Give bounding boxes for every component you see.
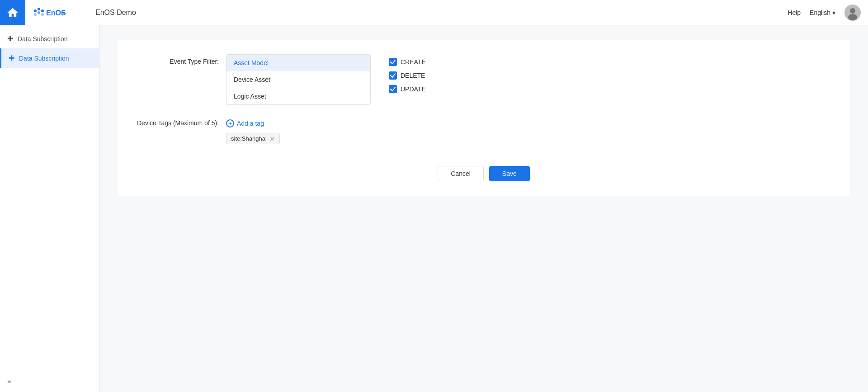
- svg-point-1: [38, 8, 40, 10]
- event-type-logic-asset[interactable]: Logic Asset: [226, 88, 370, 104]
- checkbox-create[interactable]: CREATE: [389, 58, 426, 66]
- event-checkboxes: CREATE DELETE: [389, 54, 426, 93]
- topnav: EnOS ™ EnOS Demo Help English ▾: [0, 0, 868, 25]
- tags-list: site:Shanghai ✕: [226, 133, 832, 144]
- event-type-filter-label: Event Type Filter:: [136, 54, 226, 65]
- device-tags-content: + Add a tag site:Shanghai ✕: [226, 119, 832, 144]
- checkbox-update-label: UPDATE: [401, 85, 426, 93]
- sidebar-bottom: ≡: [0, 370, 99, 392]
- enos-logo: EnOS ™: [33, 6, 73, 19]
- topnav-right: Help English ▾: [788, 5, 861, 21]
- event-type-asset-model[interactable]: Asset Model: [226, 55, 370, 71]
- action-buttons-row: Cancel Save: [136, 159, 832, 181]
- add-tag-button[interactable]: + Add a tag: [226, 119, 832, 128]
- home-button[interactable]: [0, 0, 25, 25]
- tag-value: site:Shanghai: [231, 135, 267, 142]
- checkbox-delete-label: DELETE: [401, 72, 425, 79]
- event-type-filter-content: Asset Model Device Asset Logic Asset: [226, 54, 832, 105]
- svg-point-2: [41, 9, 44, 12]
- checkbox-delete-box: [389, 71, 397, 80]
- app-title: EnOS Demo: [95, 9, 136, 17]
- device-tags-row: Device Tags (Maximum of 5): + Add a tag …: [136, 119, 832, 144]
- plus-icon: ✚: [7, 34, 13, 43]
- chevron-down-icon: ▾: [832, 9, 835, 16]
- tag-pill-shanghai: site:Shanghai ✕: [226, 133, 280, 144]
- sidebar-item-label-active: Data Subscription: [19, 55, 69, 62]
- plus-circle-icon: +: [226, 119, 234, 128]
- add-tag-label: Add a tag: [237, 120, 264, 127]
- svg-point-10: [848, 14, 857, 20]
- plus-icon-active: ✚: [9, 54, 14, 62]
- user-avatar[interactable]: [844, 5, 861, 21]
- checkbox-update[interactable]: UPDATE: [389, 85, 426, 93]
- cancel-button[interactable]: Cancel: [438, 166, 484, 181]
- save-button[interactable]: Save: [489, 166, 530, 181]
- svg-point-0: [34, 9, 37, 12]
- event-type-filter-row: Event Type Filter: Asset Model Device As…: [136, 54, 832, 105]
- sidebar-item-label: Data Subscription: [18, 35, 68, 43]
- nav-divider: [88, 6, 88, 19]
- sidebar-item-data-subscription-1[interactable]: ✚ Data Subscription: [0, 29, 99, 48]
- form-section: Event Type Filter: Asset Model Device As…: [118, 40, 850, 196]
- svg-point-4: [34, 13, 37, 16]
- device-tags-label: Device Tags (Maximum of 5):: [136, 119, 226, 127]
- event-type-list: Asset Model Device Asset Logic Asset: [226, 54, 371, 105]
- svg-point-9: [850, 8, 855, 14]
- language-selector[interactable]: English ▾: [810, 9, 835, 16]
- checkbox-delete[interactable]: DELETE: [389, 71, 426, 80]
- checkbox-update-box: [389, 85, 397, 93]
- page-layout: ✚ Data Subscription ✚ Data Subscription …: [0, 25, 868, 392]
- collapse-icon[interactable]: ≡: [7, 378, 11, 385]
- svg-point-3: [38, 11, 40, 14]
- tag-remove-button[interactable]: ✕: [269, 136, 275, 142]
- help-link[interactable]: Help: [788, 9, 801, 16]
- main-content: Event Type Filter: Asset Model Device As…: [99, 25, 868, 392]
- sidebar-item-data-subscription-2[interactable]: ✚ Data Subscription: [0, 48, 99, 68]
- checkbox-create-label: CREATE: [401, 58, 426, 66]
- checkbox-create-box: [389, 58, 397, 66]
- sidebar: ✚ Data Subscription ✚ Data Subscription …: [0, 25, 99, 392]
- svg-text:™: ™: [61, 11, 65, 16]
- event-type-device-asset[interactable]: Device Asset: [226, 71, 370, 88]
- svg-point-5: [41, 13, 44, 16]
